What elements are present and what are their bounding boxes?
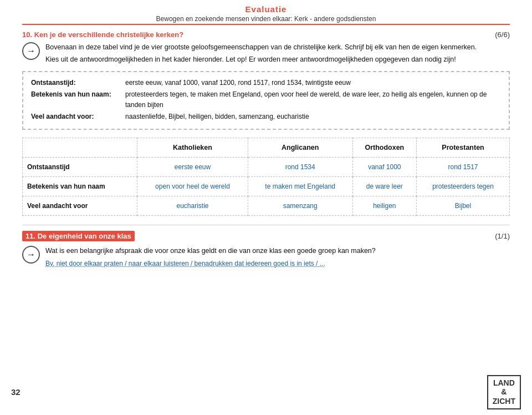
infobox-value1: eerste eeuw, vanaf 1000, vanaf 1200, ron… — [125, 78, 501, 88]
instruction-text: Bovenaan in deze tabel vind je de vier g… — [45, 42, 477, 67]
col-header-protestanten: Protestanten — [417, 138, 510, 158]
instruction-line2: Kies uit de antwoordmogelijkheden in het… — [45, 54, 477, 65]
brand-logo: LAND & ZICHT — [487, 375, 521, 409]
question11-score: (1/1) — [495, 232, 510, 240]
table-row: Ontstaanstijd eerste eeuw rond 1534 vana… — [23, 158, 510, 177]
infobox-value3: naastenliefde, Bijbel, heiligen, bidden,… — [125, 112, 501, 122]
row-label-ontstaanstijd: Ontstaanstijd — [23, 158, 137, 177]
logo-line1: LAND — [493, 378, 515, 387]
section-divider — [22, 225, 510, 225]
page-subtitle: Bewogen en zoekende mensen vinden elkaar… — [22, 15, 510, 23]
question11-header: 11. De eigenheid van onze klas (1/1) — [22, 231, 510, 241]
question11-answer: Bv. niet door elkaar praten / naar elkaa… — [45, 259, 376, 269]
infobox-value2: protesteerders tegen, te maken met Engel… — [125, 89, 501, 110]
logo-line2: ZICHT — [493, 397, 515, 406]
table-header-row: Katholieken Anglicanen Orthodoxen Protes… — [23, 138, 510, 158]
cell-orth-aandacht: heiligen — [352, 196, 416, 216]
cell-orth-ontstaanstijd: vanaf 1000 — [352, 158, 416, 177]
evaluatie-title: Evaluatie — [22, 4, 510, 14]
page-footer: 32 LAND & ZICHT — [0, 375, 532, 409]
cell-kath-betekenis: open voor heel de wereld — [137, 177, 248, 196]
col-header-katholieken: Katholieken — [137, 138, 248, 158]
arrow-icon-q11: → — [22, 246, 40, 264]
cell-kath-ontstaanstijd: eerste eeuw — [137, 158, 248, 177]
table-row: Veel aandacht voor eucharistie samenzang… — [23, 196, 510, 216]
instruction-line1: Bovenaan in deze tabel vind je de vier g… — [45, 42, 477, 53]
question10-score: (6/6) — [495, 31, 510, 39]
row-label-aandacht: Veel aandacht voor — [23, 196, 137, 216]
cell-angl-ontstaanstijd: rond 1534 — [248, 158, 352, 177]
instruction-block: → Bovenaan in deze tabel vind je de vier… — [22, 42, 510, 67]
infobox-row3: Veel aandacht voor: naastenliefde, Bijbe… — [31, 112, 501, 122]
infobox-row2: Betekenis van hun naam: protesteerders t… — [31, 89, 501, 110]
cell-prot-ontstaanstijd: rond 1517 — [417, 158, 510, 177]
col-header-anglicanen: Anglicanen — [248, 138, 352, 158]
question10-header: 10. Ken je de verschillende christelijke… — [22, 31, 510, 39]
cell-orth-betekenis: de ware leer — [352, 177, 416, 196]
cell-prot-betekenis: protesteerders tegen — [417, 177, 510, 196]
info-box: Ontstaanstijd: eerste eeuw, vanaf 1000, … — [22, 71, 510, 130]
col-header-orthodoxen: Orthodoxen — [352, 138, 416, 158]
table-row: Betekenis van hun naam open voor heel de… — [23, 177, 510, 196]
infobox-row1: Ontstaanstijd: eerste eeuw, vanaf 1000, … — [31, 78, 501, 88]
row-label-betekenis: Betekenis van hun naam — [23, 177, 137, 196]
col-header-empty — [23, 138, 137, 158]
arrow-icon: → — [22, 42, 40, 60]
page-number: 32 — [11, 387, 21, 397]
main-content: 10. Ken je de verschillende christelijke… — [0, 25, 532, 279]
cell-angl-aandacht: samenzang — [248, 196, 352, 216]
question11-text: Wat is een belangrijke afspraak die voor… — [45, 246, 376, 269]
logo-box: LAND & ZICHT — [487, 375, 521, 409]
question11-question: Wat is een belangrijke afspraak die voor… — [45, 246, 376, 256]
cell-angl-betekenis: te maken met Engeland — [248, 177, 352, 196]
church-table: Katholieken Anglicanen Orthodoxen Protes… — [22, 138, 510, 216]
cell-kath-aandacht: eucharistie — [137, 196, 248, 216]
question11-block: → Wat is een belangrijke afspraak die vo… — [22, 246, 510, 269]
question11-title: 11. De eigenheid van onze klas — [22, 231, 135, 241]
infobox-label3: Veel aandacht voor: — [31, 112, 120, 122]
question10-title: 10. Ken je de verschillende christelijke… — [22, 31, 183, 39]
infobox-label1: Ontstaanstijd: — [31, 78, 120, 88]
cell-prot-aandacht: Bijbel — [417, 196, 510, 216]
page-header: Evaluatie Bewogen en zoekende mensen vin… — [22, 0, 510, 25]
infobox-label2: Betekenis van hun naam: — [31, 89, 120, 110]
